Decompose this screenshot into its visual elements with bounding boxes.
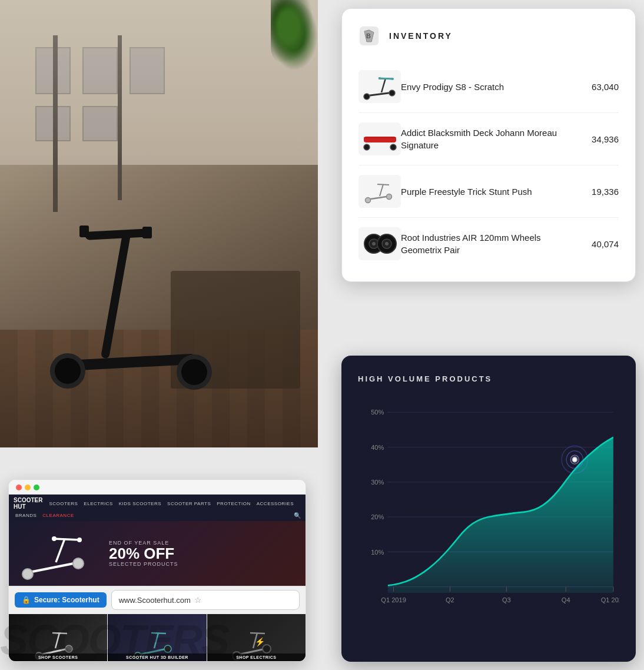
inventory-row: Purple Freestyle Trick Stunt Push 19,336 [358,165,619,218]
product-image-3 [358,175,401,208]
svg-line-3 [381,78,386,92]
product-thumb-3[interactable]: ⚡ SHOP ELECTRICS [207,614,306,661]
svg-line-15 [380,184,383,196]
product-thumbnails: SHOP SCOOTERS SCOOTER HUT 3D BUILDER [9,613,306,661]
site-logo-text: SCOOTERHUT [14,497,42,510]
svg-text:Q2: Q2 [446,596,454,603]
nav-item-protection[interactable]: PROTECTION [215,500,252,507]
secure-badge: 🔒 Secure: Scooterhut [15,592,107,608]
svg-text:50%: 50% [371,409,384,416]
browser-close-button[interactable] [16,485,22,490]
svg-text:Q4: Q4 [562,596,570,603]
product-thumb-2[interactable]: SCOOTER HUT 3D BUILDER [108,614,206,661]
inventory-logo: B [358,25,380,47]
svg-point-9 [391,78,394,80]
scooter-pole [101,230,131,359]
nav-item-clearance[interactable]: CLEARANCE [41,512,75,519]
svg-point-8 [379,77,381,79]
svg-text:10%: 10% [371,548,384,555]
svg-point-40 [572,457,577,462]
product-name-4: Root Industries AIR 120mm Wheels Geometr… [401,231,574,256]
svg-point-21 [372,242,376,246]
svg-line-64 [154,633,158,648]
banner-sale-text: 20% OFF [109,546,294,561]
inventory-row: Envy Prodigy S8 - Scratch 63,040 [358,61,619,113]
product-count-3: 19,336 [583,187,619,197]
product-thumb-img-3: ⚡ SHOP ELECTRICS [207,614,306,661]
svg-text:Q1 2019: Q1 2019 [381,596,406,603]
nav-item-parts[interactable]: SCOOTER PARTS [165,500,213,507]
svg-point-54 [22,569,33,579]
nav-item-electrics[interactable]: ELECTRICS [82,500,114,507]
svg-point-12 [364,144,370,150]
svg-point-13 [390,144,396,150]
svg-line-53 [53,539,79,540]
svg-point-56 [52,536,57,541]
secure-label: Secure: Scooterhut [34,596,99,604]
svg-point-62 [65,645,72,652]
nav-item-brands[interactable]: BRANDS [14,512,38,519]
nav-item-kids[interactable]: KIDS SCOOTERS [117,500,163,507]
nav-item-accessories[interactable]: ACCESSORIES [255,500,296,507]
search-icon[interactable]: 🔍 [294,512,301,519]
product-thumb-1[interactable]: SHOP SCOOTERS [9,614,107,661]
product-label-2: SCOOTER HUT 3D BUILDER [108,654,206,661]
svg-point-55 [73,558,84,569]
inventory-title: INVENTORY [389,31,453,41]
browser-navigation: SCOOTERHUT SCOOTERS ELECTRICS KIDS SCOOT… [9,495,306,521]
product-image-2 [358,122,401,155]
browser-chrome [9,480,306,495]
svg-text:Q3: Q3 [502,596,511,603]
chart-card: HIGH VOLUME PRODUCTS 50% 40% 30% 20% 10% [341,356,636,662]
svg-line-16 [377,184,389,185]
svg-point-5 [364,94,370,99]
banner-scooter-image [21,527,103,580]
svg-text:20%: 20% [371,513,384,520]
product-name-3: Purple Freestyle Trick Stunt Push [401,185,574,198]
url-text: www.Scooterhut.com [119,596,191,605]
handlebar-grip-right [142,227,152,238]
lock-icon: 🔒 [22,596,31,604]
svg-point-57 [77,538,82,542]
scooter-wheel-front [50,353,85,389]
product-thumb-img-2: SCOOTER HUT 3D BUILDER [108,614,206,661]
product-name-1: Envy Prodigy S8 - Scratch [401,81,574,93]
inventory-row: Root Industries AIR 120mm Wheels Geometr… [358,218,619,270]
svg-point-18 [386,194,391,199]
product-image-4 [358,227,401,260]
tree-2 [271,0,306,53]
svg-line-70 [250,633,265,633]
product-name-2: Addict Blacksmith Deck Johann Moreau Sig… [401,127,574,151]
address-bar: 🔒 Secure: Scooterhut www.Scooterhut.com … [9,586,306,613]
svg-line-59 [55,633,59,648]
nav-item-scooters[interactable]: SCOOTERS [47,500,79,507]
svg-point-67 [164,645,171,652]
inventory-card: B INVENTORY Envy Prodigy S8 - Scratch 63… [341,8,636,282]
banner-text: END OF YEAR SALE 20% OFF SELECTED PRODUC… [103,540,294,567]
svg-point-6 [389,90,395,96]
background-photo [0,0,318,447]
svg-text:Q1 2020: Q1 2020 [601,596,619,603]
svg-text:⚡: ⚡ [255,637,265,647]
bookmark-icon[interactable]: ☆ [194,595,202,605]
svg-point-24 [385,242,389,246]
svg-point-17 [365,197,370,203]
svg-text:B: B [366,32,371,39]
chart-area: 50% 40% 30% 20% 10% [358,400,619,612]
browser-minimize-button[interactable] [25,485,31,490]
browser-maximize-button[interactable] [34,485,39,490]
inventory-header: B INVENTORY [358,25,619,47]
product-count-1: 63,040 [583,82,619,92]
scooter-handlebar [85,228,151,240]
svg-text:40%: 40% [371,443,384,450]
banner-sub-text: SELECTED PRODUCTS [109,561,294,567]
svg-line-65 [151,633,166,633]
product-label-3: SHOP ELECTRICS [207,654,306,661]
product-label-1: SHOP SCOOTERS [9,654,107,661]
url-input[interactable]: www.Scooterhut.com ☆ [111,590,300,610]
product-image-1 [358,70,401,103]
scooter-silhouette [47,165,224,400]
handlebar-grip-left [79,225,89,237]
svg-line-60 [52,633,67,633]
browser-card: SCOOTERHUT SCOOTERS ELECTRICS KIDS SCOOT… [8,479,306,662]
